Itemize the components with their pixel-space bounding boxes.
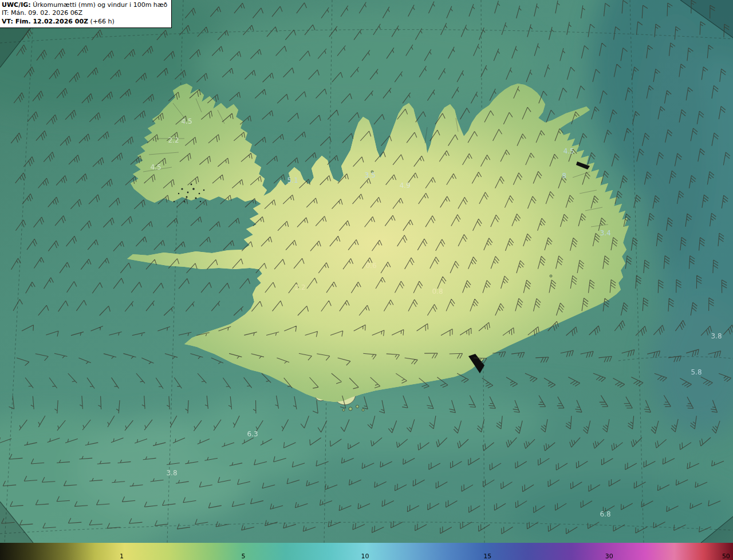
map-title-line: UWC/IG: Úrkomumætti (mm) og vindur i 100… [2, 1, 167, 9]
map-value-label: 3.8 [166, 469, 177, 477]
map-value-label: 0.6 [365, 262, 376, 270]
map-value-label: 3.5 [364, 171, 375, 179]
map-canvas: 4.52.24.55.13.54.94.583.40.62.20.83.85.8… [0, 0, 733, 543]
map-value-label: 4.5 [150, 163, 161, 171]
map-value-label: 5.8 [691, 368, 702, 376]
valid-time-bold: VT: Fim. 12.02.2026 00Z [2, 18, 88, 25]
valid-time-line: VT: Fim. 12.02.2026 00Z (+66 h) [2, 18, 167, 26]
map-value-label: 0.8 [432, 287, 443, 295]
colorbar-tick-label: 5 [241, 553, 245, 559]
map-value-label: 4.5 [181, 117, 192, 125]
map-value-label: 4.5 [563, 147, 574, 155]
map-value-label: 3.8 [711, 332, 722, 340]
weather-map-viewport: 4.52.24.55.13.54.94.583.40.62.20.83.85.8… [0, 0, 733, 560]
map-title-box: UWC/IG: Úrkomumætti (mm) og vindur i 100… [0, 0, 172, 28]
map-value-label: 8 [562, 172, 566, 180]
map-title-text: Úrkomumætti (mm) og vindur i 100m hæð [31, 1, 168, 9]
colorbar-tick-label: 30 [605, 553, 613, 559]
colorbar-tick-label: 15 [483, 553, 491, 559]
map-value-label: 2.2 [294, 283, 305, 291]
colorbar: 1510153050 [0, 543, 733, 560]
map-value-label: 5.1 [287, 176, 298, 184]
model-name: UWC/IG: [2, 1, 31, 9]
map-value-label: 3.4 [600, 229, 610, 237]
colorbar-tick-label: 1 [120, 553, 124, 559]
valid-time-offset: (+66 h) [88, 18, 115, 25]
map-value-label: 4.9 [399, 182, 410, 190]
map-value-label: 2.2 [168, 136, 179, 144]
map-svg: 4.52.24.55.13.54.94.583.40.62.20.83.85.8… [0, 0, 733, 543]
map-value-label: 6.8 [600, 510, 610, 518]
colorbar-tick-label: 10 [361, 553, 369, 559]
colorbar-tick-label: 50 [722, 553, 730, 559]
init-time-line: IT: Mán. 09. 02. 2026 06Z [2, 9, 167, 17]
map-value-label: 6.3 [247, 430, 258, 438]
